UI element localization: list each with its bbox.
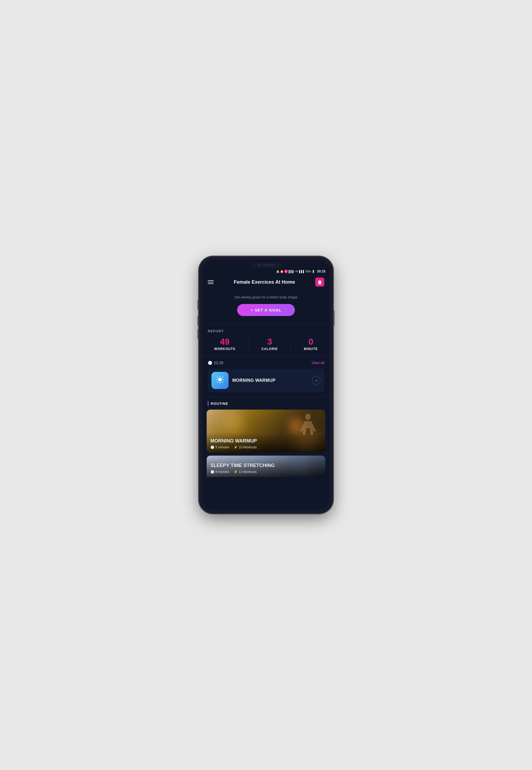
workouts-meta-2: ⚡ 13 Workouts: [234, 470, 257, 474]
calorie-stat: 3 CALORIE: [261, 337, 278, 351]
minute-stat: 0 MINUTE: [304, 337, 318, 351]
sun-icon: [216, 375, 224, 386]
workout-icon-box: [211, 372, 229, 389]
clipboard-button[interactable]: 📋: [315, 278, 324, 287]
stat-divider-2: [291, 337, 291, 351]
bolt-meta-icon-2: ⚡: [234, 470, 238, 474]
report-label: REPORT: [208, 329, 324, 333]
svg-line-8: [217, 382, 218, 382]
status-time: 20:15: [317, 269, 325, 273]
clipboard-icon: 📋: [317, 280, 322, 285]
routine-card-2-meta: 🕐 8 minutes ⚡ 13 Workouts: [210, 470, 322, 474]
workouts-value-2: 13 Workouts: [239, 470, 257, 474]
duration-meta-2: 🕐 8 minutes: [210, 470, 229, 474]
workouts-value-1: 10 Workouts: [239, 445, 257, 449]
notch-area: [202, 260, 330, 269]
workouts-value: 49: [214, 337, 235, 346]
routine-card-2[interactable]: SLEEPY TIME STRETCHING 🕐 8 minutes ⚡ 13 …: [207, 456, 325, 477]
view-all-button[interactable]: View all: [311, 361, 324, 365]
phone-screen: 🔔 ⏰ 2 ▌▌▌ 4G ▌▌▌ 93% 🔋 20:15 Female Exe: [202, 260, 330, 510]
badge-2: 2: [284, 269, 288, 273]
routine-card-2-overlay: SLEEPY TIME STRETCHING 🕐 8 minutes ⚡ 13 …: [207, 457, 325, 477]
workouts-meta-1: ⚡ 10 Workouts: [234, 445, 257, 449]
svg-point-0: [218, 378, 222, 382]
set-goal-button[interactable]: + SET A GOAL: [237, 304, 295, 316]
schedule-section: 🕐 22:28 View all: [202, 356, 330, 397]
routine-accent: [208, 401, 209, 406]
workouts-label: WORKOUTS: [214, 347, 235, 351]
svg-line-6: [222, 382, 223, 382]
status-icons: 🔔 ⏰ 2 ▌▌▌ 4G ▌▌▌ 93% 🔋: [276, 269, 315, 273]
alarm-icon: ⏰: [280, 270, 283, 273]
routine-card-1[interactable]: MORNING WARMUP 🕐 5 minutes ⚡ 10 Workouts: [207, 410, 325, 452]
signal-bars: ▌▌▌: [289, 270, 294, 273]
schedule-time-value: 22:28: [214, 361, 223, 365]
duration-value-1: 5 minutes: [215, 445, 229, 449]
phone-frame: 🔔 ⏰ 2 ▌▌▌ 4G ▌▌▌ 93% 🔋 20:15 Female Exe: [199, 257, 333, 513]
stat-divider-1: [248, 337, 249, 351]
menu-button[interactable]: [208, 280, 214, 284]
notification-icon: 🔔: [276, 270, 279, 273]
goal-subtitle: Set weekly goals for a better body shape: [208, 295, 324, 299]
minute-value: 0: [304, 337, 318, 346]
svg-point-9: [305, 414, 311, 420]
clock-meta-icon-2: 🕐: [210, 470, 214, 474]
workouts-stat: 49 WORKOUTS: [214, 337, 235, 351]
battery-percent: 93%: [306, 270, 311, 273]
calorie-value: 3: [261, 337, 278, 346]
routine-card-1-title: MORNING WARMUP: [210, 438, 322, 444]
report-section: REPORT 49 WORKOUTS 3 CALORIE 0 MINUTE: [202, 324, 330, 356]
speaker: [263, 264, 273, 266]
svg-line-5: [217, 377, 218, 378]
app-header: Female Exercices At Home 📋: [202, 274, 330, 290]
minute-label: MINUTE: [304, 347, 318, 351]
duration-meta-1: 🕐 5 minutes: [210, 445, 229, 449]
camera: [259, 264, 261, 266]
notch: [250, 262, 282, 268]
routine-section: ROUTINE: [202, 397, 330, 477]
routine-label: ROUTINE: [211, 402, 228, 406]
network-type: 4G: [295, 270, 298, 273]
routine-card-1-overlay: MORNING WARMUP 🕐 5 minutes ⚡ 10 Workouts: [207, 433, 325, 452]
routine-card-1-meta: 🕐 5 minutes ⚡ 10 Workouts: [210, 445, 322, 449]
schedule-workout-name: MORNING WARMUP: [232, 378, 308, 383]
clock-icon: 🕐: [208, 361, 212, 365]
status-bar: 🔔 ⏰ 2 ▌▌▌ 4G ▌▌▌ 93% 🔋 20:15: [202, 269, 330, 274]
schedule-workout-card[interactable]: MORNING WARMUP ›: [208, 369, 324, 392]
data-signal: ▌▌▌: [299, 270, 305, 273]
app-content[interactable]: Female Exercices At Home 📋 Set weekly go…: [202, 274, 330, 510]
report-stats: 49 WORKOUTS 3 CALORIE 0 MINUTE: [208, 337, 324, 351]
app-title: Female Exercices At Home: [214, 279, 315, 285]
schedule-time: 🕐 22:28: [208, 361, 223, 365]
clock-meta-icon: 🕐: [210, 445, 214, 449]
goal-section: Set weekly goals for a better body shape…: [202, 290, 330, 324]
calorie-label: CALORIE: [261, 347, 278, 351]
battery-icon: 🔋: [312, 270, 315, 273]
routine-card-2-title: SLEEPY TIME STRETCHING: [210, 463, 322, 468]
svg-line-7: [222, 377, 223, 378]
duration-value-2: 8 minutes: [215, 470, 229, 474]
routine-header: ROUTINE: [202, 401, 330, 406]
schedule-header: 🕐 22:28 View all: [208, 361, 324, 365]
workout-arrow-button[interactable]: ›: [312, 376, 321, 385]
bolt-meta-icon-1: ⚡: [234, 445, 238, 449]
